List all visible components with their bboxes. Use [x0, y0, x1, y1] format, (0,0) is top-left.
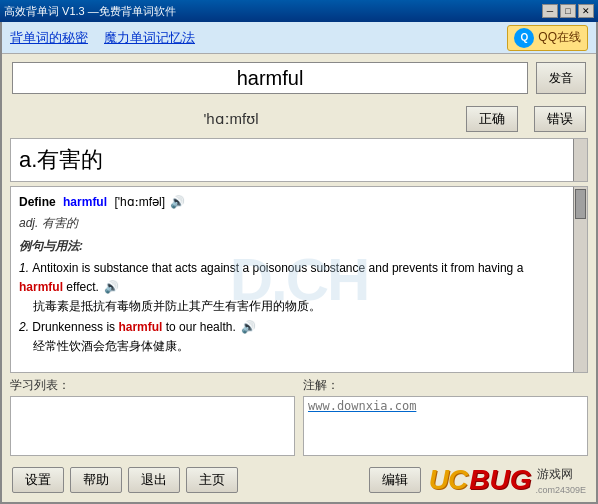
correct-button[interactable]: 正确 [466, 106, 518, 132]
qq-online-button[interactable]: Q QQ在线 [507, 25, 588, 51]
uc-text: UC [429, 464, 467, 496]
example-2-text: Drunkenness is [32, 320, 118, 334]
study-list-textarea[interactable] [10, 396, 295, 456]
example-1-chinese: 抗毒素是抵抗有毒物质并防止其产生有害作用的物质。 [33, 297, 567, 316]
menu-link-secret[interactable]: 背单词的秘密 [10, 29, 88, 47]
example-2-num: 2. [19, 320, 32, 334]
left-buttons: 设置 帮助 退出 主页 [12, 467, 238, 493]
definition-word: harmful [63, 195, 107, 209]
qq-icon: Q [514, 28, 534, 48]
example-1-text: Antitoxin is substance that acts against… [32, 261, 523, 275]
bottom-section: 学习列表： 注解： [2, 377, 596, 460]
minimize-button[interactable]: ─ [542, 4, 558, 18]
note-panel: 注解： [303, 377, 588, 456]
note-label: 注解： [303, 377, 588, 394]
copyright-text: .com24309E [535, 485, 586, 495]
meaning-box: a.有害的 [10, 138, 588, 182]
title-bar-text: 高效背单词 V1.3 —免费背单词软件 [4, 4, 176, 19]
phonetic-area: 'hɑːmfʊl 正确 错误 [2, 102, 596, 138]
button-bar: 设置 帮助 退出 主页 编辑 UC BUG 游戏网 .com24309E [2, 460, 596, 502]
note-textarea[interactable] [303, 396, 588, 456]
bug-text: BUG [469, 464, 531, 496]
example-2-suffix: to our health. [166, 320, 236, 334]
title-bar: 高效背单词 V1.3 —免费背单词软件 ─ □ ✕ [0, 0, 598, 22]
example-2-chinese: 经常性饮酒会危害身体健康。 [33, 337, 567, 356]
menu-links: 背单词的秘密 魔力单词记忆法 [10, 29, 195, 47]
settings-button[interactable]: 设置 [12, 467, 64, 493]
menu-link-magic[interactable]: 魔力单词记忆法 [104, 29, 195, 47]
app-title: 高效背单词 V1.3 —免费背单词软件 [4, 4, 176, 19]
main-window: 背单词的秘密 魔力单词记忆法 Q QQ在线 发音 'hɑːmfʊl 正确 错误 … [0, 22, 598, 504]
maximize-button[interactable]: □ [560, 4, 576, 18]
speaker-icon-1[interactable]: 🔊 [104, 280, 119, 294]
example-1-suffix: effect. [66, 280, 98, 294]
home-button[interactable]: 主页 [186, 467, 238, 493]
edit-button[interactable]: 编辑 [369, 467, 421, 493]
definition-phonetic: ['hɑːmfəl] [114, 195, 165, 209]
scroll-thumb[interactable] [575, 189, 586, 219]
quit-button[interactable]: 退出 [128, 467, 180, 493]
phonetic-text: 'hɑːmfʊl [12, 110, 450, 128]
ucbug-logo: UC BUG 游戏网 .com24309E [429, 464, 586, 496]
study-list-label: 学习列表： [10, 377, 295, 394]
qq-label: QQ在线 [538, 29, 581, 46]
speaker-icon-def[interactable]: 🔊 [170, 195, 185, 209]
definition-area: D.CH Define harmful ['hɑːmfəl] 🔊 adj. 有害… [10, 186, 588, 373]
chinese-meaning: a.有害的 [19, 145, 103, 175]
definition-scrollbar[interactable] [573, 187, 587, 372]
meaning-scrollbar[interactable] [573, 139, 587, 181]
close-button[interactable]: ✕ [578, 4, 594, 18]
definition-title: Define harmful ['hɑːmfəl] 🔊 [19, 193, 567, 212]
example-2-highlight: harmful [118, 320, 162, 334]
menu-bar: 背单词的秘密 魔力单词记忆法 Q QQ在线 [2, 22, 596, 54]
example-header: 例句与用法: [19, 237, 567, 256]
example-1: 1. Antitoxin is substance that acts agai… [19, 259, 567, 297]
word-area: 发音 [2, 54, 596, 102]
example-1-highlight: harmful [19, 280, 63, 294]
example-2: 2. Drunkenness is harmful to our health.… [19, 318, 567, 337]
word-input[interactable] [12, 62, 528, 94]
sound-button[interactable]: 发音 [536, 62, 586, 94]
study-list-panel: 学习列表： [10, 377, 295, 456]
wrong-button[interactable]: 错误 [534, 106, 586, 132]
speaker-icon-2[interactable]: 🔊 [241, 320, 256, 334]
example-1-num: 1. [19, 261, 32, 275]
define-prefix: Define [19, 195, 56, 209]
game-text: 游戏网 [537, 466, 586, 483]
title-bar-buttons: ─ □ ✕ [542, 4, 594, 18]
help-button[interactable]: 帮助 [70, 467, 122, 493]
definition-pos: adj. 有害的 [19, 214, 567, 233]
